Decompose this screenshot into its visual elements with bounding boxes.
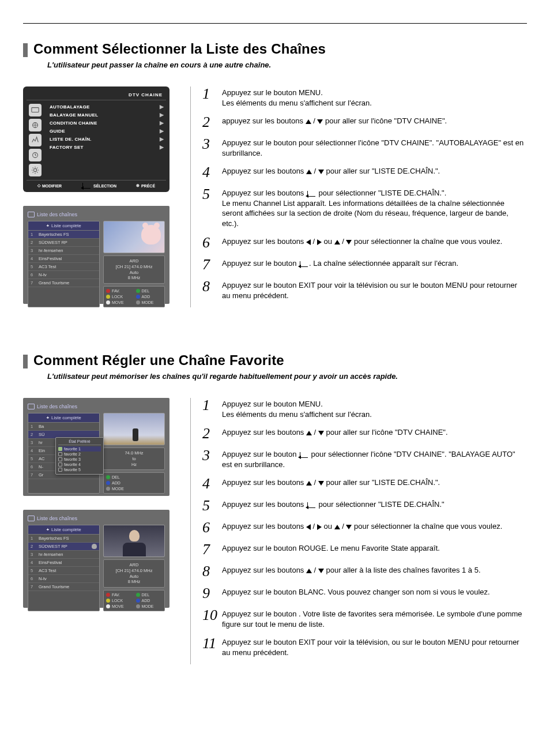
favorite-state-popup: État Préféré favorite 1favorite 2favorit… [55, 437, 104, 475]
step-text: Appuyez sur le bouton EXIT pour voir la … [222, 279, 527, 300]
step-text: Appuyez sur le bouton pour sélectionner … [222, 137, 527, 158]
channel-row: 5AC3 Test [28, 567, 99, 575]
channel-row: 4EinsFestival [28, 255, 99, 263]
osd-menu: DTV CHAINE AUTOBALAYAGE▶BALAYAGE MANUEL▶… [23, 86, 169, 192]
step-number: 8 [202, 279, 222, 294]
osd-item: GUIDE▶ [47, 127, 166, 135]
down-arrow-icon [318, 431, 324, 435]
preview-thumbnail [103, 525, 165, 557]
channel-row: 6N-tv [28, 575, 99, 583]
up-arrow-icon [306, 569, 312, 573]
enter-icon [300, 261, 308, 267]
osd-item: BALAYAGE MANUEL▶ [47, 111, 166, 119]
enter-icon [82, 183, 91, 189]
down-arrow-icon [318, 170, 324, 174]
section-bar [23, 43, 28, 57]
list-header: Liste complète [51, 527, 81, 532]
up-arrow-icon [334, 240, 340, 245]
step-text: appuyez sur les boutons / pour aller sur… [222, 115, 447, 126]
step-number: 10 [202, 608, 222, 623]
left-arrow-icon [306, 239, 311, 245]
svg-point-3 [33, 168, 36, 171]
step-number: 7 [202, 542, 222, 557]
action-buttons: DEL ADD MODE [103, 472, 165, 494]
step-text: Appuyez sur le bouton MENU.Les éléments … [222, 86, 372, 108]
shot-title: Liste des chaînes [37, 516, 77, 521]
instruction-step: 1Appuyez sur le bouton MENU.Les éléments… [202, 86, 527, 108]
step-number: 1 [202, 86, 222, 101]
screenshot-channel-list: Liste des chaînes +Liste complète 1Bayer… [23, 206, 169, 304]
up-arrow-icon [306, 481, 312, 486]
instruction-step: 8Appuyez sur les boutons / pour aller à … [202, 564, 527, 579]
step-text: Appuyez sur les boutons / pour aller sur… [222, 476, 440, 488]
right-arrow-icon [317, 239, 322, 245]
instruction-step: 7Appuyez sur le bouton . La chaîne sélec… [202, 257, 527, 272]
section2-title-row: Comment Régler une Chaîne Favorite [23, 352, 527, 368]
channel-row: 3hr-fernsehen [28, 247, 99, 255]
osd-category-icons [27, 103, 44, 176]
tv-icon [28, 404, 35, 409]
fav-option: favorite 2 [58, 452, 101, 457]
step-number: 9 [202, 586, 222, 601]
up-arrow-icon [306, 170, 312, 174]
enter-icon [307, 502, 315, 508]
list-header: Liste complète [51, 415, 81, 420]
osd-foot-back: ⊗ PRÉCÉ [136, 183, 155, 189]
step-number: 3 [202, 137, 222, 152]
down-arrow-icon [318, 481, 324, 486]
step-number: 4 [202, 476, 222, 491]
globe-icon [29, 119, 42, 131]
enter-icon [307, 191, 315, 197]
preview-thumbnail [103, 413, 165, 445]
osd-foot-modify: ◇ MODIFIER [37, 183, 62, 189]
step-text: Appuyez sur le bouton ROUGE. Le menu Fav… [222, 542, 440, 554]
instruction-step: 2appuyez sur les boutons / pour aller su… [202, 115, 527, 130]
top-rule [23, 23, 527, 24]
step-text: Appuyez sur le bouton BLANC. Vous pouvez… [222, 586, 490, 597]
instruction-step: 4Appuyez sur les boutons / pour aller su… [202, 476, 527, 491]
step-number: 6 [202, 235, 222, 250]
instruction-step: 7Appuyez sur le bouton ROUGE. Le menu Fa… [202, 542, 527, 557]
action-buttons: FAV. DEL LOCK ADD MOVE MODE [103, 590, 165, 611]
step-number: 5 [202, 498, 222, 513]
instruction-step: 11Appuyez sur le bouton EXIT pour voir l… [202, 636, 527, 657]
osd-header: DTV CHAINE [27, 91, 166, 100]
step-number: 7 [202, 257, 222, 272]
tv-icon [28, 516, 35, 521]
channel-row: 1Bayerisches FS [28, 231, 99, 239]
step-number: 8 [202, 564, 222, 579]
step-number: 3 [202, 448, 222, 463]
list-header: Liste complète [51, 223, 81, 228]
fav-popup-header: État Préféré [58, 439, 101, 445]
preview-thumbnail [103, 221, 165, 253]
osd-item: CONDITION CHAINE▶ [47, 119, 166, 127]
step-number: 5 [202, 187, 222, 202]
clock-icon [29, 149, 42, 161]
section1-title: Comment Sélectionner la Liste des Chaîne… [33, 41, 326, 57]
channel-row: 7Grand Tourisme [28, 279, 99, 287]
right-arrow-icon [317, 524, 322, 530]
step-text: Appuyez sur le bouton . Votre liste de f… [222, 608, 527, 629]
svg-rect-0 [32, 108, 39, 112]
instruction-step: 2Appuyez sur les boutons / pour aller su… [202, 426, 527, 441]
shot-title: Liste des chaînes [37, 212, 77, 217]
instruction-step: 8Appuyez sur le bouton EXIT pour voir la… [202, 279, 527, 300]
step-text: Appuyez sur les boutons / ou / pour séle… [222, 235, 502, 247]
channel-row: 7Grand Tourisme [28, 583, 99, 591]
osd-foot-select: SÉLECTION [81, 183, 116, 189]
fav-option: favorite 4 [58, 462, 101, 467]
down-arrow-icon [318, 569, 324, 573]
step-number: 2 [202, 426, 222, 441]
shot-title: Liste des chaînes [37, 404, 77, 409]
gear-icon [29, 164, 42, 176]
screenshot-fav-state: Liste des chaînes +Liste complète 1Ba2SÜ… [23, 398, 169, 496]
channel-row: 1Bayerisches FS [28, 535, 99, 543]
step-number: 11 [202, 636, 222, 651]
step-text: Appuyez sur les boutons / ou / pour séle… [222, 520, 502, 532]
section-set-favorite: Comment Régler une Chaîne Favorite L'uti… [23, 352, 527, 664]
section-bar [23, 355, 28, 368]
tv-icon [29, 104, 42, 116]
channel-row: 2SÜDWEST RP [28, 239, 99, 247]
section2-title: Comment Régler une Chaîne Favorite [33, 352, 284, 368]
channel-row: 2SÜDWEST RP [28, 543, 99, 551]
